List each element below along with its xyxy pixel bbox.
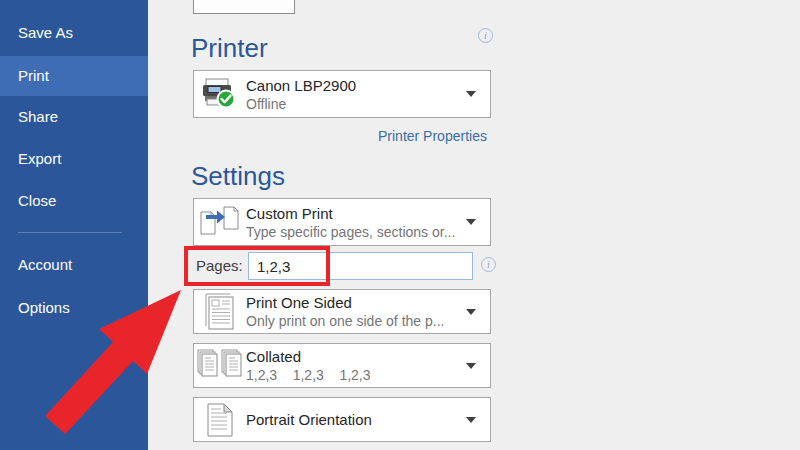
sidebar-item-export[interactable]: Export — [0, 150, 148, 168]
sidebar-item-save-as[interactable]: Save As — [0, 24, 148, 42]
collation-subtitle: 1,2,3 1,2,3 1,2,3 — [246, 366, 460, 384]
printer-selector-dropdown[interactable]: Canon LBP2900 Offline — [193, 70, 491, 118]
pages-label: Pages: — [196, 257, 243, 274]
chevron-down-icon — [466, 219, 476, 225]
settings-section-heading: Settings — [191, 161, 285, 192]
print-range-dropdown[interactable]: Custom Print Type specific pages, sectio… — [193, 198, 491, 246]
one-sided-page-icon — [194, 293, 246, 331]
custom-print-icon — [194, 204, 246, 240]
chevron-down-icon — [466, 91, 476, 97]
collation-title: Collated — [246, 347, 460, 366]
chevron-down-icon — [466, 363, 476, 369]
sidebar-item-options[interactable]: Options — [0, 299, 148, 317]
duplex-dropdown[interactable]: Print One Sided Only print on one side o… — [193, 289, 491, 334]
chevron-down-icon — [466, 417, 476, 423]
pages-info-icon[interactable]: i — [481, 257, 496, 272]
sidebar-item-close[interactable]: Close — [0, 192, 148, 210]
print-backstage-view: Save As Print Share Export Close Account… — [0, 0, 800, 450]
duplex-title: Print One Sided — [246, 293, 460, 312]
sidebar-item-print[interactable]: Print — [0, 56, 148, 96]
orientation-title: Portrait Orientation — [246, 410, 460, 429]
printer-section-heading: Printer — [191, 33, 268, 64]
print-range-title: Custom Print — [246, 204, 460, 223]
printer-name: Canon LBP2900 — [246, 76, 460, 95]
sidebar-item-account[interactable]: Account — [0, 256, 148, 274]
printer-properties-link[interactable]: Printer Properties — [378, 128, 487, 144]
printer-status: Offline — [246, 95, 460, 113]
duplex-subtitle: Only print on one side of the p... — [246, 312, 460, 330]
orientation-dropdown[interactable]: Portrait Orientation — [193, 397, 491, 442]
backstage-sidebar: Save As Print Share Export Close Account… — [0, 0, 148, 450]
sidebar-divider — [18, 232, 122, 233]
collated-icon — [194, 349, 246, 383]
sidebar-item-share[interactable]: Share — [0, 108, 148, 126]
collation-dropdown[interactable]: Collated 1,2,3 1,2,3 1,2,3 — [193, 343, 491, 388]
print-range-subtitle: Type specific pages, sections or... — [246, 223, 460, 241]
printer-device-icon — [194, 77, 246, 111]
pages-input[interactable] — [248, 252, 473, 280]
portrait-page-icon — [194, 402, 246, 438]
copies-field-partial[interactable] — [193, 0, 295, 14]
printer-info-icon[interactable]: i — [478, 28, 493, 43]
chevron-down-icon — [466, 309, 476, 315]
